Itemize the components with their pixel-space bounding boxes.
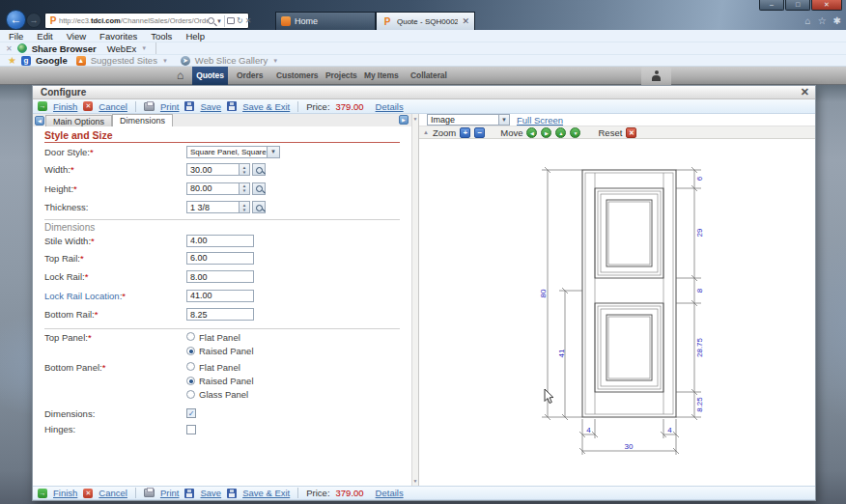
bottom-rail-input[interactable] — [186, 308, 254, 321]
forward-button[interactable]: → — [26, 13, 42, 28]
tab-close-icon[interactable]: ✕ — [462, 16, 469, 26]
bottom-panel-raised-radio[interactable] — [186, 377, 195, 385]
app-home-icon[interactable]: ⌂ — [177, 69, 183, 82]
thickness-spinner[interactable]: ▲▼ — [240, 201, 250, 213]
browser-tab-home[interactable]: Home — [275, 12, 376, 30]
hinges-checkbox[interactable] — [186, 425, 196, 434]
finish-button-bottom[interactable]: Finish — [53, 488, 77, 498]
top-panel-flat-radio[interactable] — [186, 332, 195, 341]
reset-button[interactable]: ✕ — [626, 127, 636, 138]
back-button[interactable]: ← — [6, 10, 26, 30]
width-spinner[interactable]: ▲▼ — [240, 163, 250, 176]
tab-dimensions[interactable]: Dimensions — [112, 114, 173, 126]
splitter-bottom-icon[interactable]: ▼ — [412, 478, 418, 484]
tab-scroll-right-icon[interactable]: ▶ — [399, 115, 409, 125]
nav-tab-collateral[interactable]: Collateral — [410, 67, 447, 85]
app-nav-bar: ⌂ Quotes Orders Customers Projects My It… — [0, 67, 846, 85]
top-panel-raised-radio[interactable] — [186, 347, 195, 355]
cancel-button-bottom[interactable]: Cancel — [99, 488, 127, 498]
cancel-button[interactable]: Cancel — [99, 101, 127, 112]
height-lookup-icon[interactable] — [252, 182, 266, 195]
menu-tools[interactable]: Tools — [151, 31, 172, 42]
view-select-dropdown-icon[interactable]: ▼ — [499, 114, 510, 126]
door-style-select[interactable]: Square Panel, Square Top — [186, 146, 268, 158]
add-favorite-icon[interactable]: ★ — [8, 55, 16, 66]
refresh-icon[interactable]: ↻ — [237, 16, 243, 25]
height-input[interactable] — [186, 182, 240, 195]
zoom-out-button[interactable]: − — [474, 127, 485, 138]
dialog-close-icon[interactable]: ✕ — [801, 86, 809, 98]
nav-tab-customers[interactable]: Customers — [276, 67, 319, 85]
move-down-button[interactable]: ▼ — [570, 127, 580, 138]
webex-button[interactable]: WebEx — [107, 43, 136, 54]
lock-rail-input[interactable] — [186, 270, 254, 283]
stile-width-input[interactable] — [186, 235, 254, 247]
toolbar-close-icon[interactable]: ✕ — [6, 44, 13, 53]
nav-tab-my-items[interactable]: My Items — [364, 67, 399, 85]
full-screen-link[interactable]: Full Screen — [517, 115, 563, 126]
address-bar[interactable]: P http://ec3.tdci.com/ChannelSales/Order… — [44, 13, 249, 29]
height-spinner[interactable]: ▲▼ — [240, 182, 250, 195]
bottom-rail-label: Bottom Rail:* — [44, 309, 186, 320]
drawing-canvas: 80 41 6 29 8 28.75 8.25 4 4 30 — [419, 139, 815, 486]
tab-scroll-left-icon[interactable]: ◀ — [35, 116, 44, 126]
minimize-button[interactable]: – — [759, 0, 784, 11]
menu-view[interactable]: View — [67, 31, 86, 42]
favorite-google[interactable]: Google — [36, 55, 68, 66]
nav-tab-orders[interactable]: Orders — [237, 67, 263, 85]
thickness-input[interactable] — [186, 201, 240, 213]
move-right-button[interactable]: ▶ — [541, 127, 551, 138]
top-rail-input[interactable] — [186, 252, 254, 265]
lock-rail-label: Lock Rail:* — [44, 271, 186, 282]
nav-tab-projects[interactable]: Projects — [325, 67, 357, 85]
user-button[interactable] — [641, 67, 671, 85]
nav-tab-quotes[interactable]: Quotes — [192, 67, 228, 85]
finish-button[interactable]: Finish — [53, 101, 77, 112]
compatibility-icon[interactable] — [227, 17, 235, 24]
details-button-bottom[interactable]: Details — [376, 488, 404, 498]
lock-rail-location-input[interactable] — [186, 290, 254, 302]
url-dropdown-icon[interactable]: ▼ — [216, 18, 222, 24]
browser-tab-quote[interactable]: P Quote - SQH000211-1 - Cha... ✕ — [376, 12, 475, 30]
bottom-panel-glass-radio[interactable] — [186, 390, 195, 399]
maximize-button[interactable]: □ — [785, 0, 810, 11]
save-exit-button[interactable]: Save & Exit — [242, 101, 290, 112]
details-button[interactable]: Details — [376, 101, 404, 112]
width-lookup-icon[interactable] — [252, 163, 266, 176]
panel-splitter[interactable]: ▼ ▼ — [411, 114, 419, 486]
share-browser-button[interactable]: Share Browser — [32, 43, 97, 54]
splitter-top-icon[interactable]: ▼ — [412, 116, 418, 122]
dimensions-checkbox[interactable]: ✓ — [186, 408, 196, 418]
view-select[interactable]: Image — [427, 114, 499, 126]
menu-favorites[interactable]: Favorites — [99, 31, 137, 42]
save-exit-button-bottom[interactable]: Save & Exit — [242, 488, 290, 498]
move-left-button[interactable]: ◀ — [526, 127, 537, 138]
print-button[interactable]: Print — [160, 101, 180, 112]
lock-rail-location-label[interactable]: Lock Rail Location:* — [44, 291, 186, 301]
home-icon[interactable]: ⌂ — [805, 15, 811, 26]
zoom-in-button[interactable]: + — [460, 127, 470, 138]
favorites-star-icon[interactable]: ☆ — [818, 15, 827, 26]
bottom-panel-flat-radio[interactable] — [186, 362, 195, 371]
stop-icon[interactable]: ✕ — [245, 16, 252, 25]
print-button-bottom[interactable]: Print — [160, 488, 180, 498]
collapse-icon[interactable]: ▲ — [423, 129, 429, 135]
height-label: Height:* — [44, 183, 186, 194]
save-button[interactable]: Save — [200, 101, 221, 112]
width-input[interactable] — [186, 163, 240, 176]
menu-edit[interactable]: Edit — [37, 31, 52, 42]
search-icon[interactable] — [208, 17, 214, 24]
menu-help[interactable]: Help — [185, 31, 205, 42]
door-style-dropdown-icon[interactable]: ▼ — [268, 146, 280, 158]
save-button-bottom[interactable]: Save — [200, 488, 221, 498]
tab-main-options[interactable]: Main Options — [45, 115, 112, 126]
thickness-lookup-icon[interactable] — [252, 201, 266, 213]
tools-gear-icon[interactable]: ✱ — [833, 15, 841, 26]
move-label: Move — [500, 127, 522, 138]
move-up-button[interactable]: ▲ — [555, 127, 566, 138]
favorite-suggested-sites[interactable]: Suggested Sites — [91, 55, 157, 66]
price-value-bottom: 379.00 — [336, 488, 364, 498]
close-button[interactable]: ✕ — [811, 0, 842, 11]
favorite-web-slice-gallery[interactable]: Web Slice Gallery — [195, 55, 268, 66]
menu-file[interactable]: File — [9, 31, 23, 42]
